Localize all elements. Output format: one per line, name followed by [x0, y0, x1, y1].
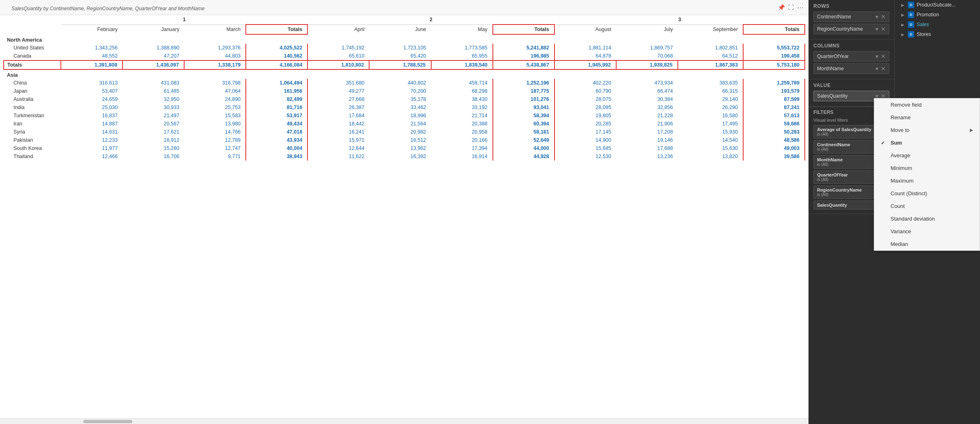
context-menu-item[interactable]: Count	[874, 200, 980, 212]
context-menu-item[interactable]: Standard deviation	[874, 212, 980, 225]
month-september: September	[678, 25, 743, 34]
month-name-field[interactable]: MonthName ▾ ✕	[813, 63, 889, 74]
row-label: Iran	[4, 120, 61, 128]
month-dropdown-icon[interactable]: ▾	[875, 65, 878, 72]
table-row: Turkmenistan16,83721,49715,58353,91717,6…	[4, 112, 805, 120]
data-cell: 70,200	[369, 87, 431, 95]
data-cell: 1,867,363	[678, 60, 743, 69]
continent-dropdown-icon[interactable]: ▾	[875, 13, 878, 20]
context-menu: Remove fieldRenameMove to▶✓SumAverageMin…	[874, 98, 980, 251]
context-menu-item[interactable]: Rename	[874, 111, 980, 124]
pin-icon[interactable]: 📌	[778, 4, 785, 11]
month-july: July	[616, 25, 678, 34]
context-menu-label: Remove field	[891, 102, 922, 108]
field-list-item[interactable]: ▶⊞Sales	[895, 20, 980, 29]
context-menu-item[interactable]: Median	[874, 238, 980, 250]
data-cell: 64,878	[555, 52, 616, 60]
field-list-item[interactable]: ▶⊞Stores	[895, 29, 980, 39]
table-title: SalesQuantity by ContinentName, RegionCo…	[5, 2, 211, 13]
expand-arrow-icon: ▶	[901, 32, 904, 37]
data-cell: 18,912	[122, 136, 184, 144]
data-cell: 199,458	[743, 52, 805, 60]
context-menu-item[interactable]: Maximum	[874, 174, 980, 187]
region-country-name-field[interactable]: RegionCountryName ▾ ✕	[813, 24, 889, 34]
data-cell: 15,630	[678, 144, 743, 152]
data-cell: 39,586	[743, 152, 805, 161]
context-menu-item[interactable]: ✓Sum	[874, 136, 980, 149]
field-list-item[interactable]: ▶⊞ProductSubcate...	[895, 0, 980, 10]
data-cell: 65,955	[431, 52, 493, 60]
data-cell: 30,384	[616, 95, 678, 103]
quarter-dropdown-icon[interactable]: ▾	[875, 53, 878, 60]
data-cell: 17,208	[616, 128, 678, 136]
context-menu-item[interactable]: Move to▶	[874, 124, 980, 136]
data-cell: 1,945,992	[555, 60, 616, 69]
row-label: South Korea	[4, 144, 61, 152]
data-cell: 43,934	[246, 136, 307, 144]
data-cell: 4,025,522	[246, 44, 307, 52]
data-cell: 38,943	[246, 152, 307, 161]
table-row: United States1,343,2561,388,8901,293,376…	[4, 44, 805, 52]
data-cell: 12,530	[555, 152, 616, 161]
data-cell: 1,773,585	[431, 44, 493, 52]
context-menu-item[interactable]: Remove field	[874, 98, 980, 111]
region-header: North America	[4, 34, 805, 44]
data-cell: 20,166	[431, 136, 493, 144]
data-cell: 20,958	[431, 128, 493, 136]
data-cell: 12,644	[307, 144, 369, 152]
context-menu-item[interactable]: Minimum	[874, 162, 980, 174]
data-cell: 17,684	[307, 112, 369, 120]
columns-section: Columns QuarterOfYear ▾ ✕ MonthName ▾ ✕	[808, 40, 894, 79]
data-cell: 1,252,196	[493, 79, 555, 87]
context-menu-item[interactable]: Average	[874, 149, 980, 162]
expand-arrow-icon: ▶	[901, 3, 904, 7]
data-cell: 16,512	[369, 136, 431, 144]
context-menu-label: Average	[891, 152, 910, 158]
more-icon[interactable]: ⋯	[797, 4, 804, 11]
data-cell: 21,906	[616, 120, 678, 128]
quarter-of-year-label: QuarterOfYear	[817, 54, 849, 59]
region-dropdown-icon[interactable]: ▾	[875, 26, 878, 32]
data-cell: 82,499	[246, 95, 307, 103]
region-country-label: RegionCountryName	[817, 26, 863, 32]
context-menu-label: Variance	[891, 228, 911, 234]
data-cell: 59,686	[743, 120, 805, 128]
region-close-icon[interactable]: ✕	[881, 26, 886, 32]
row-label: Australia	[4, 95, 61, 103]
data-cell: 49,434	[246, 120, 307, 128]
table-scroll-area[interactable]: 1 2 3 February January March Totals Apri…	[0, 15, 808, 418]
data-cell: 1,939,825	[616, 60, 678, 69]
data-cell: 66,315	[678, 87, 743, 95]
field-list-item[interactable]: ▶⊞Promotion	[895, 10, 980, 20]
month-close-icon[interactable]: ✕	[881, 65, 886, 72]
data-cell: 87,599	[743, 95, 805, 103]
quarter-close-icon[interactable]: ✕	[881, 53, 886, 60]
data-cell: 5,438,867	[493, 60, 555, 69]
table-icon: ⊞	[908, 21, 914, 28]
data-cell: 12,233	[61, 136, 122, 144]
context-menu-item[interactable]: Count (Distinct)	[874, 187, 980, 200]
data-cell: 53,407	[61, 87, 122, 95]
quarter-of-year-field[interactable]: QuarterOfYear ▾ ✕	[813, 51, 889, 62]
data-cell: 65,420	[369, 52, 431, 60]
data-cell: 20,982	[369, 128, 431, 136]
continent-close-icon[interactable]: ✕	[881, 13, 886, 20]
data-cell: 15,971	[307, 136, 369, 144]
context-menu-item[interactable]: Variance	[874, 225, 980, 238]
data-cell: 17,495	[678, 120, 743, 128]
data-cell: 20,388	[431, 120, 493, 128]
data-cell: 21,564	[369, 120, 431, 128]
data-cell: 60,790	[555, 87, 616, 95]
data-cell: 47,207	[122, 52, 184, 60]
horizontal-scrollbar[interactable]	[0, 418, 808, 424]
data-cell: 81,716	[246, 103, 307, 112]
data-cell: 19,146	[616, 136, 678, 144]
data-cell: 66,474	[616, 87, 678, 95]
data-cell: 473,934	[616, 79, 678, 87]
data-cell: 49,003	[743, 144, 805, 152]
quarter-1-header: 1	[61, 15, 307, 25]
focus-icon[interactable]: ⛶	[788, 4, 794, 11]
data-cell: 161,956	[246, 87, 307, 95]
continent-name-field[interactable]: ContinentName ▾ ✕	[813, 11, 889, 22]
value-label: Value	[813, 83, 889, 88]
